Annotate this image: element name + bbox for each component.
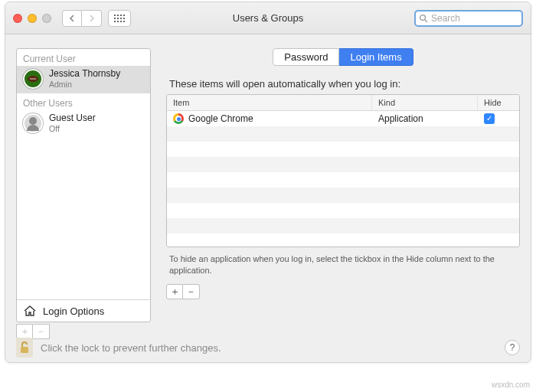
table-row[interactable]: Google Chrome Application ✓ (167, 111, 519, 126)
search-placeholder: Search (431, 13, 460, 24)
avatar (23, 69, 43, 89)
search-input[interactable]: Search (414, 10, 523, 27)
preferences-window: Users & Groups Search Current User Jessi… (5, 2, 531, 363)
sidebar-item-current-user[interactable]: Jessica Thornsby Admin (17, 66, 150, 93)
window-body: Current User Jessica Thornsby Admin Othe… (5, 34, 531, 362)
other-users-header: Other Users (17, 93, 150, 110)
login-items-add-remove: ＋ － (166, 284, 520, 299)
back-button[interactable] (62, 10, 82, 27)
watermark: wsxdn.com (492, 381, 530, 389)
chevron-left-icon (69, 15, 75, 22)
window-controls (13, 14, 51, 23)
user-name: Guest User (49, 113, 96, 124)
tabs: Password Login Items (166, 48, 520, 66)
nav-buttons (62, 10, 102, 27)
lock-text: Click the lock to prevent further change… (41, 342, 221, 354)
search-icon (419, 14, 428, 23)
sidebar-item-guest-user[interactable]: Guest User Off (17, 110, 150, 138)
remove-login-item-button[interactable]: － (183, 284, 200, 299)
main-pane: Password Login Items These items will op… (166, 48, 520, 339)
col-kind[interactable]: Kind (372, 95, 478, 110)
add-user-button[interactable]: ＋ (16, 324, 33, 339)
chevron-right-icon (89, 15, 95, 22)
user-role: Admin (49, 80, 120, 89)
add-login-item-button[interactable]: ＋ (166, 284, 183, 299)
house-icon (23, 305, 37, 317)
tab-login-items[interactable]: Login Items (339, 48, 413, 66)
help-button[interactable]: ? (505, 340, 520, 355)
login-items-caption: These items will open automatically when… (169, 78, 517, 90)
col-hide[interactable]: Hide (478, 95, 519, 110)
chrome-icon (173, 113, 184, 124)
titlebar: Users & Groups Search (5, 2, 531, 34)
guest-avatar-icon (23, 113, 43, 133)
user-role: Off (49, 124, 96, 133)
item-kind: Application (372, 113, 478, 124)
zoom-window-icon (42, 14, 51, 23)
close-window-icon[interactable] (13, 14, 22, 23)
grid-icon (114, 15, 125, 22)
svg-rect-4 (21, 347, 28, 353)
hide-checkbox[interactable]: ✓ (484, 113, 495, 124)
lock-row: Click the lock to prevent further change… (16, 338, 520, 358)
lock-icon[interactable] (16, 338, 33, 358)
minimize-window-icon[interactable] (28, 14, 37, 23)
table-body: Google Chrome Application ✓ (167, 111, 519, 247)
remove-user-button[interactable]: － (33, 324, 50, 339)
col-item[interactable]: Item (167, 95, 372, 110)
show-all-prefs-button[interactable] (108, 10, 131, 27)
sidebar-add-remove: ＋ － (16, 324, 50, 339)
tab-password[interactable]: Password (273, 48, 339, 66)
login-options-label: Login Options (43, 305, 104, 317)
login-items-table: Item Kind Hide Google Chrome Application… (166, 94, 520, 247)
svg-line-1 (425, 20, 427, 22)
svg-point-0 (420, 15, 426, 20)
forward-button[interactable] (82, 10, 102, 27)
football-icon (27, 75, 39, 83)
login-options-button[interactable]: Login Options (17, 299, 150, 322)
hide-hint: To hide an application when you log in, … (169, 253, 517, 276)
table-header: Item Kind Hide (167, 95, 519, 111)
item-name: Google Chrome (188, 113, 253, 124)
users-sidebar: Current User Jessica Thornsby Admin Othe… (16, 48, 151, 322)
user-name: Jessica Thornsby (49, 69, 120, 80)
current-user-header: Current User (17, 49, 150, 66)
